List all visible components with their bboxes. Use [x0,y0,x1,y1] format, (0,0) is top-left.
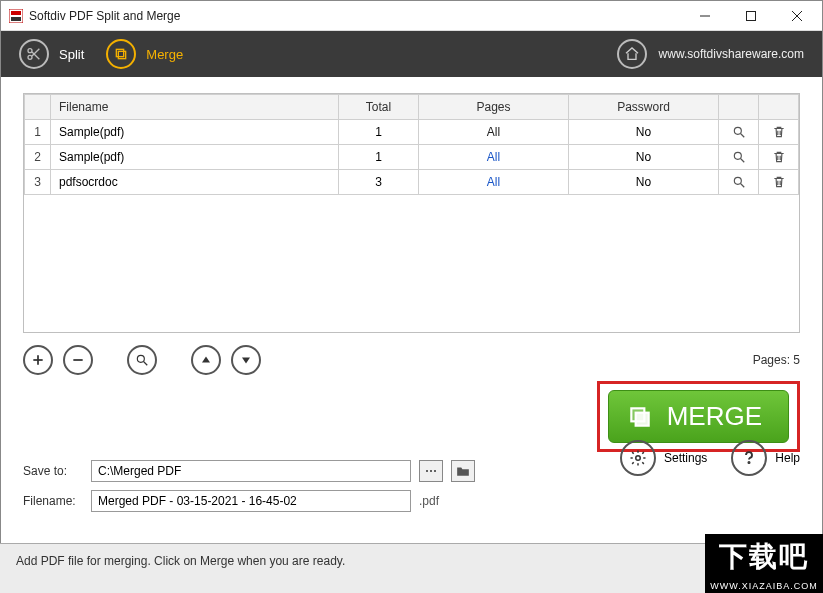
move-down-button[interactable] [231,345,261,375]
row-preview-button[interactable] [719,120,759,145]
help-label: Help [775,451,800,465]
home-icon[interactable] [617,39,647,69]
row-filename: Sample(pdf) [51,120,339,145]
maximize-button[interactable] [728,1,774,30]
row-pages[interactable]: All [419,120,569,145]
help-button[interactable] [731,440,767,476]
toolbar: Split Merge www.softdivshareware.com [1,31,822,77]
merge-button[interactable]: MERGE [608,390,789,443]
table-row[interactable]: 1Sample(pdf)1AllNo [25,120,799,145]
browse-button[interactable] [419,460,443,482]
merge-icon [106,39,136,69]
watermark: 下载吧 WWW.XIAZAIBA.COM [705,534,823,593]
svg-point-15 [734,152,741,159]
minimize-button[interactable] [682,1,728,30]
table-header-row: Filename Total Pages Password [25,95,799,120]
preview-button[interactable] [127,345,157,375]
remove-file-button[interactable] [63,345,93,375]
merge-button-label: MERGE [667,401,762,432]
svg-point-29 [636,456,641,461]
col-num [25,95,51,120]
watermark-sub: WWW.XIAZAIBA.COM [705,580,823,593]
row-num: 2 [25,145,51,170]
svg-line-14 [740,134,744,138]
settings-button[interactable] [620,440,656,476]
row-delete-button[interactable] [759,170,799,195]
svg-rect-11 [117,49,124,56]
svg-point-8 [28,55,32,59]
col-preview [719,95,759,120]
row-filename: pdfsocrdoc [51,170,339,195]
svg-rect-12 [119,51,126,58]
col-filename[interactable]: Filename [51,95,339,120]
svg-line-16 [740,159,744,163]
filename-label: Filename: [23,494,83,508]
col-delete [759,95,799,120]
svg-point-28 [434,470,436,472]
add-file-button[interactable] [23,345,53,375]
tab-merge[interactable]: Merge [106,39,183,69]
file-table: Filename Total Pages Password 1Sample(pd… [23,93,800,333]
col-total[interactable]: Total [339,95,419,120]
app-icon [9,9,23,23]
status-text: Add PDF file for merging. Click on Merge… [16,554,345,568]
row-num: 1 [25,120,51,145]
row-num: 3 [25,170,51,195]
svg-point-30 [749,462,750,463]
settings-label: Settings [664,451,707,465]
svg-point-22 [137,355,144,362]
save-to-label: Save to: [23,464,83,478]
svg-line-18 [740,184,744,188]
row-total: 1 [339,145,419,170]
svg-point-27 [430,470,432,472]
window-title: Softdiv PDF Split and Merge [29,9,682,23]
col-pages[interactable]: Pages [419,95,569,120]
svg-point-26 [426,470,428,472]
watermark-text: 下载吧 [705,534,823,580]
col-password[interactable]: Password [569,95,719,120]
svg-point-13 [734,127,741,134]
row-total: 1 [339,120,419,145]
split-label: Split [59,47,84,62]
row-pages[interactable]: All [419,170,569,195]
svg-rect-25 [635,412,648,425]
svg-rect-1 [11,11,21,15]
row-delete-button[interactable] [759,120,799,145]
table-row[interactable]: 2Sample(pdf)1AllNo [25,145,799,170]
open-folder-button[interactable] [451,460,475,482]
tab-split[interactable]: Split [19,39,84,69]
svg-point-17 [734,177,741,184]
svg-rect-2 [11,17,21,21]
merge-label: Merge [146,47,183,62]
row-password: No [569,145,719,170]
statusbar: Add PDF file for merging. Click on Merge… [0,543,823,593]
pages-total: Pages: 5 [753,353,800,367]
row-pages[interactable]: All [419,145,569,170]
row-preview-button[interactable] [719,170,759,195]
svg-line-23 [144,362,148,366]
row-total: 3 [339,170,419,195]
row-delete-button[interactable] [759,145,799,170]
filename-input[interactable] [91,490,411,512]
row-password: No [569,120,719,145]
row-password: No [569,170,719,195]
svg-rect-4 [747,11,756,20]
question-icon [740,449,758,467]
row-filename: Sample(pdf) [51,145,339,170]
website-link[interactable]: www.softdivshareware.com [659,47,804,61]
table-row[interactable]: 3pdfsocrdoc3AllNo [25,170,799,195]
titlebar: Softdiv PDF Split and Merge [1,1,822,31]
move-up-button[interactable] [191,345,221,375]
row-preview-button[interactable] [719,145,759,170]
svg-point-7 [28,49,32,53]
gear-icon [629,449,647,467]
save-to-input[interactable] [91,460,411,482]
scissors-icon [19,39,49,69]
close-button[interactable] [774,1,820,30]
merge-action-icon [627,404,653,430]
file-extension: .pdf [419,494,439,508]
